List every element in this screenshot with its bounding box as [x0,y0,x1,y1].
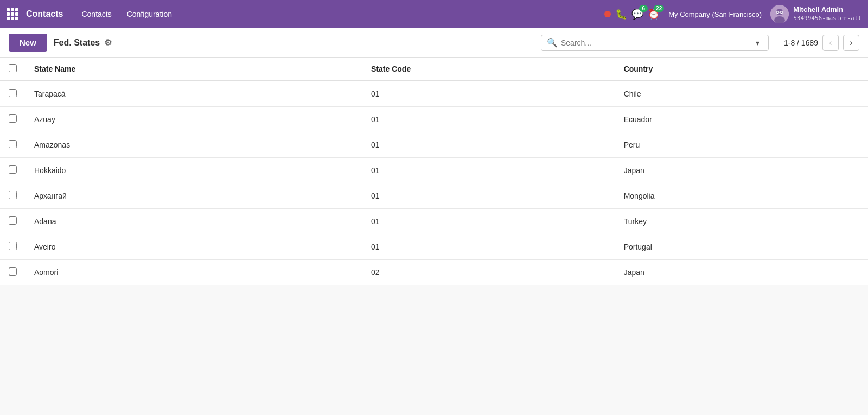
row-country: Mongolia [615,183,868,209]
search-dropdown-arrow[interactable]: ▾ [752,37,763,48]
table-row[interactable]: Aomori 02 Japan [0,260,868,285]
svg-point-1 [776,9,783,15]
row-checkbox[interactable] [9,191,17,199]
toolbar: New Fed. States ⚙ 🔍 ▾ 1-8 / 1689 ‹ › [0,28,868,58]
row-state-name: Azuay [25,107,362,132]
page-title: Fed. States ⚙ [54,37,112,48]
table-row[interactable]: Adana 01 Turkey [0,209,868,234]
chat-icon-btn[interactable]: 💬 6 [631,8,643,20]
apps-grid-icon[interactable] [7,8,18,20]
nav-contacts[interactable]: Contacts [76,7,117,22]
row-checkbox-cell [0,81,25,107]
row-checkbox-cell [0,234,25,260]
row-state-name: Tarapacá [25,81,362,107]
app-title[interactable]: Contacts [26,9,63,19]
row-state-code: 01 [362,209,615,234]
row-state-name: Hokkaido [25,158,362,183]
avatar[interactable] [770,5,789,23]
row-state-name: Adana [25,209,362,234]
row-checkbox[interactable] [9,89,17,97]
pagination-next-button[interactable]: › [843,35,859,51]
nav-configuration[interactable]: Configuration [122,7,177,22]
select-all-checkbox[interactable] [9,64,17,72]
clock-badge: 22 [654,5,664,12]
bug-icon: 🐛 [615,8,627,20]
row-state-code: 01 [362,234,615,260]
row-state-code: 02 [362,260,615,285]
pagination: 1-8 / 1689 ‹ › [784,35,859,51]
row-checkbox[interactable] [9,140,17,148]
row-country: Chile [615,81,868,107]
user-name: Mitchell Admin [793,5,861,15]
company-name[interactable]: My Company (San Francisco) [668,10,762,18]
header-checkbox-cell [0,58,25,81]
row-country: Ecuador [615,107,868,132]
clock-icon-btn[interactable]: ⏰ 22 [648,8,660,20]
row-country: Japan [615,158,868,183]
table-header: State Name State Code Country [0,58,868,81]
row-checkbox[interactable] [9,165,17,174]
new-button[interactable]: New [9,34,47,52]
header-country[interactable]: Country [615,58,868,81]
row-country: Peru [615,132,868,158]
gear-icon[interactable]: ⚙ [104,37,112,48]
page-title-text: Fed. States [54,38,100,48]
row-state-name: Архангай [25,183,362,209]
row-state-name: Aveiro [25,234,362,260]
table-row[interactable]: Amazonas 01 Peru [0,132,868,158]
row-checkbox[interactable] [9,267,17,276]
row-checkbox[interactable] [9,216,17,225]
table-body: Tarapacá 01 Chile Azuay 01 Ecuador Amazo… [0,81,868,285]
user-db: 53499456-master-all [793,15,861,22]
header-state-name[interactable]: State Name [25,58,362,81]
row-country: Japan [615,260,868,285]
row-checkbox-cell [0,209,25,234]
table-container: State Name State Code Country Tarapacá 0… [0,58,868,285]
row-state-code: 01 [362,107,615,132]
row-state-name: Amazonas [25,132,362,158]
bug-icon-btn[interactable]: 🐛 [615,8,627,20]
row-country: Turkey [615,209,868,234]
header-state-code[interactable]: State Code [362,58,615,81]
pagination-prev-button[interactable]: ‹ [822,35,839,51]
row-state-code: 01 [362,158,615,183]
row-checkbox-cell [0,107,25,132]
row-state-code: 01 [362,81,615,107]
row-checkbox-cell [0,260,25,285]
search-icon: 🔍 [547,37,558,48]
row-country: Portugal [615,234,868,260]
row-checkbox-cell [0,132,25,158]
row-state-name: Aomori [25,260,362,285]
row-state-code: 01 [362,183,615,209]
fed-states-table: State Name State Code Country Tarapacá 0… [0,58,868,285]
table-row[interactable]: Архангай 01 Mongolia [0,183,868,209]
chat-badge: 6 [639,5,648,12]
red-dot-icon [604,11,611,17]
status-indicator [604,11,611,17]
search-box: 🔍 ▾ [541,35,769,51]
navbar: Contacts Contacts Configuration 🐛 💬 6 ⏰ … [0,0,868,28]
search-input[interactable] [561,39,750,47]
table-row[interactable]: Hokkaido 01 Japan [0,158,868,183]
row-checkbox[interactable] [9,114,17,123]
row-checkbox-cell [0,183,25,209]
pagination-info: 1-8 / 1689 [784,39,818,47]
row-checkbox[interactable] [9,242,17,250]
user-info: Mitchell Admin 53499456-master-all [793,5,861,22]
row-state-code: 01 [362,132,615,158]
table-row[interactable]: Tarapacá 01 Chile [0,81,868,107]
row-checkbox-cell [0,158,25,183]
table-row[interactable]: Azuay 01 Ecuador [0,107,868,132]
table-row[interactable]: Aveiro 01 Portugal [0,234,868,260]
